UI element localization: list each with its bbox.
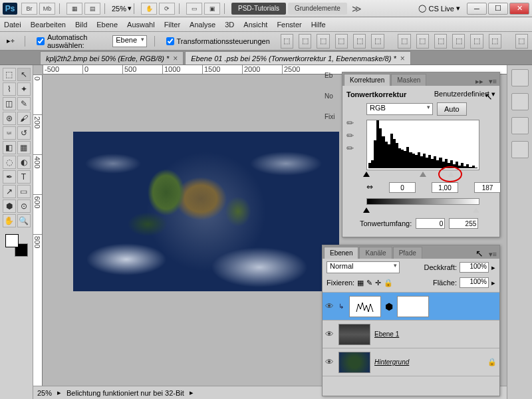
black-input[interactable] <box>389 182 416 193</box>
menu-3d[interactable]: 3D <box>225 21 234 29</box>
color-swatches[interactable] <box>5 234 28 257</box>
layer-name[interactable]: Ebene 1 <box>374 331 399 338</box>
menu-bild[interactable]: Bild <box>75 21 87 29</box>
black-point-slider[interactable] <box>363 172 370 177</box>
camera-tool[interactable]: ⊙ <box>17 200 31 213</box>
minimize-button[interactable]: ─ <box>467 3 487 15</box>
align-center-button[interactable]: ⬚ <box>353 34 366 49</box>
gradient-tool[interactable]: ▦ <box>17 141 31 154</box>
dist-1-button[interactable]: ⬚ <box>398 34 410 49</box>
visibility-icon[interactable]: 👁 <box>325 357 334 367</box>
auto-select-dropdown[interactable]: Ebene <box>112 35 147 47</box>
close-icon[interactable]: × <box>400 54 405 63</box>
shape-tool[interactable]: ▭ <box>17 185 31 198</box>
align-right-button[interactable]: ⬚ <box>371 34 384 49</box>
mask-thumb[interactable] <box>397 296 429 317</box>
blend-mode-dropdown[interactable]: Normal <box>327 261 400 273</box>
dock-styles-icon[interactable] <box>511 93 529 110</box>
panel-menu-icon[interactable]: ▾≡ <box>486 250 499 259</box>
dodge-tool[interactable]: ◐ <box>17 156 31 169</box>
blur-tool[interactable]: ◌ <box>3 156 16 169</box>
view-extras-button[interactable]: ▦ <box>66 3 82 15</box>
rotate-button[interactable]: ⟳ <box>159 3 175 15</box>
pen-tool[interactable]: ✒ <box>3 170 16 184</box>
panel-menu-icon[interactable]: ▾≡ <box>486 77 499 86</box>
dock-history-icon[interactable] <box>511 141 529 158</box>
menu-fenster[interactable]: Fenster <box>277 21 301 29</box>
eyedropper-black-icon[interactable]: ✎ <box>344 116 356 128</box>
auto-button[interactable]: Auto <box>437 102 467 116</box>
opacity-field[interactable]: 100% <box>460 262 489 273</box>
3d-tool[interactable]: ⬢ <box>3 200 16 213</box>
layer-thumb[interactable] <box>338 324 370 345</box>
zoom-display[interactable]: 25% <box>112 5 126 13</box>
gamma-input[interactable] <box>432 182 458 193</box>
tab-korrekturen[interactable]: Korrekturen <box>344 74 390 86</box>
path-tool[interactable]: ↗ <box>3 185 16 198</box>
eyedropper-tool[interactable]: ✎ <box>17 97 31 110</box>
move-tool[interactable]: ↖ <box>17 68 31 81</box>
menu-datei[interactable]: Datei <box>4 21 21 29</box>
output-gradient[interactable] <box>366 198 479 205</box>
minibridge-button[interactable]: Mb <box>39 3 55 15</box>
view-grid-button[interactable]: ▤ <box>84 3 100 15</box>
menu-auswahl[interactable]: Auswahl <box>127 21 155 29</box>
zoom-field[interactable]: 25% <box>37 389 52 397</box>
out-white-slider[interactable] <box>473 207 479 213</box>
fill-field[interactable]: 100% <box>460 277 489 288</box>
crop-tool[interactable]: ◫ <box>3 97 16 110</box>
hand-tool[interactable]: ✋ <box>3 214 16 227</box>
arrange-button[interactable]: ▭ <box>186 3 202 15</box>
auto-select-checkbox[interactable]: Automatisch auswählen: <box>37 33 107 49</box>
dock-brushes-icon[interactable] <box>511 117 529 134</box>
zoom-tool[interactable]: 🔍 <box>17 214 31 227</box>
tab-pfade[interactable]: Pfade <box>393 247 422 259</box>
menu-ansicht[interactable]: Ansicht <box>243 21 267 29</box>
lock-position-icon[interactable]: ✛ <box>375 279 381 287</box>
layer-thumb[interactable] <box>338 352 370 373</box>
doc-tab-2[interactable]: Ebene 01 .psb bei 25% (Tonwertkorrektur … <box>185 51 410 65</box>
lasso-tool[interactable]: ⌇ <box>3 82 16 96</box>
menu-hilfe[interactable]: Hilfe <box>311 21 326 29</box>
eraser-tool[interactable]: ◧ <box>3 141 16 154</box>
tab-ebenen[interactable]: Ebenen <box>324 247 358 259</box>
visibility-icon[interactable]: 👁 <box>325 329 334 339</box>
tab-masken[interactable]: Masken <box>391 74 426 86</box>
hand-button[interactable]: ✋ <box>141 3 157 15</box>
transform-controls-checkbox[interactable]: Transformationssteuerungen <box>166 37 270 45</box>
menu-analyse[interactable]: Analyse <box>190 21 215 29</box>
history-brush-tool[interactable]: ↺ <box>17 126 31 140</box>
dist-6-button[interactable]: ⬚ <box>489 34 501 49</box>
channel-dropdown[interactable]: RGB <box>366 103 433 115</box>
bridge-button[interactable]: Br <box>21 3 37 15</box>
align-bot-button[interactable]: ⬚ <box>317 34 329 49</box>
gamma-slider[interactable] <box>420 172 426 177</box>
menu-ebene[interactable]: Ebene <box>96 21 118 29</box>
eyedropper-gray-icon[interactable]: ✎ <box>344 129 356 141</box>
layer-name[interactable]: Hintergrund <box>374 358 409 366</box>
doc-tab-1[interactable]: kplj2th2.bmp bei 50% (Erde, RGB/8) *× <box>40 51 184 65</box>
stamp-tool[interactable]: ⎃ <box>3 126 16 140</box>
cslive-button[interactable]: ◯ CS Live ▾ <box>418 4 460 13</box>
adjustment-thumb[interactable] <box>349 296 381 317</box>
close-button[interactable]: ✕ <box>509 3 529 15</box>
lock-all-icon[interactable]: 🔒 <box>384 279 393 287</box>
dock-swatches-icon[interactable] <box>511 69 529 86</box>
lock-pixels-icon[interactable]: ✎ <box>366 279 372 287</box>
maximize-button[interactable]: ☐ <box>488 3 508 15</box>
layer-row-bg[interactable]: 👁 Hintergrund 🔒 <box>323 348 499 376</box>
close-icon[interactable]: × <box>173 54 178 63</box>
dist-5-button[interactable]: ⬚ <box>470 34 483 49</box>
lock-transparency-icon[interactable]: ▦ <box>357 279 364 287</box>
collapse-icon[interactable]: ▸▸ <box>473 77 486 86</box>
auto-align-button[interactable]: ⬚ <box>515 34 528 49</box>
canvas[interactable] <box>73 132 339 291</box>
dist-2-button[interactable]: ⬚ <box>416 34 429 49</box>
type-tool[interactable]: T <box>17 170 31 184</box>
dist-4-button[interactable]: ⬚ <box>452 34 465 49</box>
workspace-tab-tutorials[interactable]: PSD-Tutorials <box>231 3 286 15</box>
visibility-icon[interactable]: 👁 <box>325 301 334 311</box>
align-mid-button[interactable]: ⬚ <box>299 34 311 49</box>
eyedropper-white-icon[interactable]: ✎ <box>344 142 356 154</box>
screen-mode-button[interactable]: ▣ <box>204 3 220 15</box>
